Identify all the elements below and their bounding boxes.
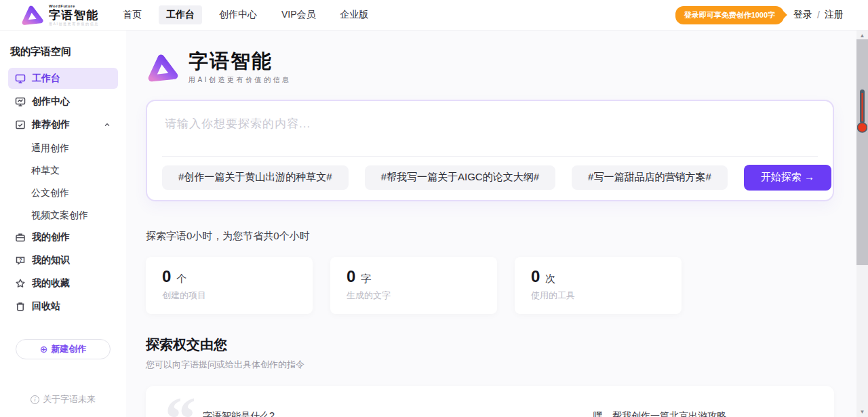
start-explore-button[interactable]: 开始探索 → — [744, 165, 831, 191]
sidebar-subitem-video-copy[interactable]: 视频文案创作 — [8, 204, 118, 226]
stat-label: 创建的项目 — [162, 290, 296, 302]
monitor-chart-icon — [15, 96, 26, 107]
nav-item-home[interactable]: 首页 — [115, 5, 149, 24]
scrollbar-up-arrow[interactable]: ▲ — [856, 31, 868, 40]
info-icon: i — [31, 395, 39, 404]
stats-row: 0 个 创建的项目 0 字 生成的文字 0 次 — [146, 257, 834, 314]
brand-name: 字语智能 — [49, 9, 99, 21]
chat-question-icon: ? — [15, 255, 26, 266]
nav-item-enterprise[interactable]: 企业版 — [333, 5, 376, 24]
about-link[interactable]: i 关于字语未来 — [8, 393, 118, 405]
sidebar-title: 我的字语空间 — [8, 45, 118, 58]
sidebar-subitem-general[interactable]: 通用创作 — [8, 137, 118, 159]
hero-tagline: 用AI创造更有价值的信息 — [189, 75, 291, 85]
suggestion-chips-row: #创作一篇关于黄山出游的种草文# #帮我写一篇关于AIGC的论文大纲# #写一篇… — [162, 156, 818, 200]
scrollbar-down-arrow[interactable]: ▼ — [856, 407, 868, 416]
sidebar-subitem-seeding[interactable]: 种草文 — [8, 159, 118, 182]
login-promo-badge[interactable]: 登录即可享免费创作1000字 — [675, 6, 784, 24]
sidebar-item-my-creations[interactable]: 我的创作 — [8, 226, 118, 247]
plus-circle-icon: ⊕ — [40, 344, 48, 355]
star-icon — [15, 278, 26, 289]
app-window: WordFuture 字语智能 用AI创造更有价值的信息 首页 工作台 创作中心… — [0, 0, 868, 417]
new-creation-button[interactable]: ⊕ 新建创作 — [16, 339, 111, 359]
sidebar-item-label: 我的收藏 — [32, 277, 70, 290]
sidebar: 我的字语空间 工作台 创作中心 推荐创作 通用创作 种草文 公文创作 视频文案创… — [0, 31, 126, 417]
main-content: 字语智能 用AI创造更有价值的信息 #创作一篇关于黄山出游的种草文# #帮我写一… — [126, 31, 868, 417]
explore-section-subtitle: 您可以向字语提问或给出具体创作的指令 — [146, 359, 834, 371]
sidebar-item-label: 工作台 — [32, 73, 60, 85]
brand-triangle-icon — [19, 3, 44, 26]
example-prompts-card: “ 字语智能是什么? 嘿，帮我创作一篇北京出游攻略 — [146, 386, 834, 417]
nav-item-creation-center[interactable]: 创作中心 — [212, 5, 264, 24]
scrollbar-thumb[interactable] — [856, 39, 868, 265]
auth-links: 登录 / 注册 — [793, 9, 844, 21]
search-panel: #创作一篇关于黄山出游的种草文# #帮我写一篇关于AIGC的论文大纲# #写一篇… — [146, 100, 834, 201]
example-prompt-right[interactable]: 嘿，帮我创作一篇北京出游攻略 — [593, 410, 726, 417]
sidebar-item-my-favorites[interactable]: 我的收藏 — [8, 273, 118, 294]
sidebar-item-label: 创作中心 — [32, 96, 70, 108]
stat-label: 使用的工具 — [531, 290, 665, 302]
sidebar-subitem-official[interactable]: 公文创作 — [8, 182, 118, 204]
svg-text:?: ? — [19, 257, 22, 262]
sidebar-item-recycle-bin[interactable]: 回收站 — [8, 296, 118, 317]
hero-triangle-icon — [144, 51, 180, 85]
stat-card-tools: 0 次 使用的工具 — [515, 257, 682, 314]
brand-logo[interactable]: WordFuture 字语智能 用AI创造更有价值的信息 — [20, 4, 99, 26]
stat-value: 0 — [347, 267, 355, 286]
stat-card-projects: 0 个 创建的项目 — [146, 257, 313, 314]
explore-section-title: 探索权交由您 — [146, 336, 834, 354]
board-check-icon — [15, 119, 26, 130]
register-link[interactable]: 注册 — [825, 9, 844, 21]
page-scrollbar[interactable]: ▲ ▼ — [856, 31, 868, 417]
nav-item-workbench[interactable]: 工作台 — [159, 5, 202, 24]
search-input[interactable] — [147, 101, 833, 156]
stat-label: 生成的文字 — [347, 290, 481, 302]
monitor-icon — [15, 73, 26, 84]
example-prompt-left[interactable]: 字语智能是什么? — [203, 410, 275, 417]
hero-brand-name: 字语智能 — [189, 51, 291, 73]
thermometer-extension-icon[interactable] — [857, 89, 867, 134]
stat-unit: 个 — [176, 273, 186, 285]
sidebar-item-recommended[interactable]: 推荐创作 — [8, 114, 118, 135]
auth-separator: / — [817, 9, 820, 20]
login-link[interactable]: 登录 — [793, 9, 812, 21]
briefcase-icon — [15, 232, 26, 243]
hero-brand: 字语智能 用AI创造更有价值的信息 — [146, 51, 834, 85]
top-header: WordFuture 字语智能 用AI创造更有价值的信息 首页 工作台 创作中心… — [0, 0, 868, 31]
stat-card-words: 0 字 生成的文字 — [330, 257, 497, 314]
sidebar-item-workbench[interactable]: 工作台 — [8, 68, 118, 89]
stat-value: 0 — [162, 267, 171, 286]
suggestion-chip-dessert[interactable]: #写一篇甜品店的营销方案# — [572, 165, 728, 190]
stat-value: 0 — [531, 267, 540, 286]
sidebar-item-my-knowledge[interactable]: ? 我的知识 — [8, 250, 118, 271]
sidebar-item-label: 推荐创作 — [32, 119, 70, 131]
brand-tiny-slogan: 用AI创造更有价值的信息 — [49, 22, 99, 26]
sidebar-item-label: 我的创作 — [32, 231, 70, 243]
sidebar-item-label: 我的知识 — [32, 254, 70, 266]
quote-icon: “ — [165, 387, 196, 417]
brand-wordfuture-label: WordFuture — [49, 4, 99, 8]
stat-unit: 字 — [361, 273, 371, 285]
stat-unit: 次 — [545, 273, 555, 285]
main-nav: 首页 工作台 创作中心 VIP会员 企业版 — [115, 5, 376, 24]
nav-item-vip[interactable]: VIP会员 — [274, 5, 323, 24]
stats-heading: 探索字语0小时，为您节省共0个小时 — [146, 230, 834, 243]
suggestion-chip-aigc[interactable]: #帮我写一篇关于AIGC的论文大纲# — [365, 165, 555, 190]
chevron-up-icon — [103, 121, 111, 129]
sidebar-item-label: 回收站 — [32, 300, 60, 313]
sidebar-item-creation-center[interactable]: 创作中心 — [8, 91, 118, 112]
trash-icon — [15, 301, 26, 312]
suggestion-chip-huangshan[interactable]: #创作一篇关于黄山出游的种草文# — [162, 165, 349, 190]
